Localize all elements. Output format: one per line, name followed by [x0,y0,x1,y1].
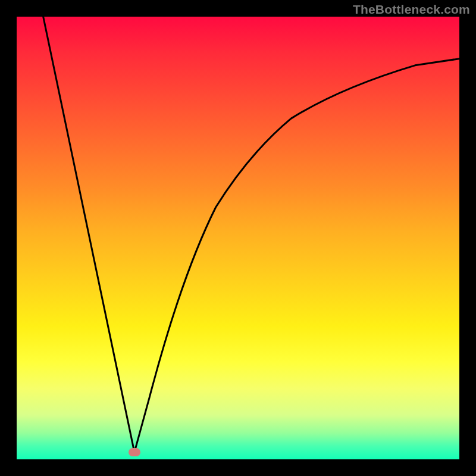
chart-frame: TheBottleneck.com [0,0,476,476]
plot-area [17,17,459,459]
watermark-text: TheBottleneck.com [353,2,470,17]
curve-path [43,17,459,452]
curve-layer [17,17,459,459]
minimum-marker [129,448,140,456]
